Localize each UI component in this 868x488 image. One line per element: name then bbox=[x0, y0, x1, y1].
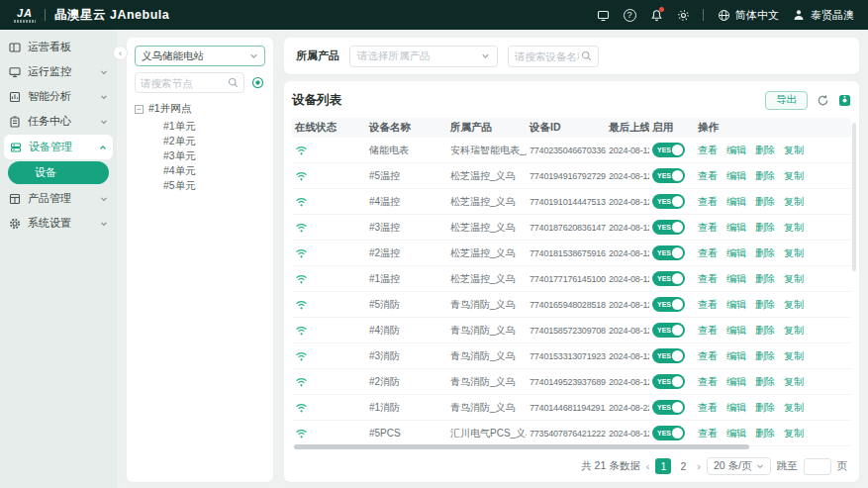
edit-link[interactable]: 编辑 bbox=[726, 221, 746, 235]
collapse-panel-button[interactable]: ‹ bbox=[113, 46, 128, 60]
delete-link[interactable]: 删除 bbox=[755, 324, 775, 338]
user-menu[interactable]: 泰贤晶澳 bbox=[792, 8, 854, 23]
view-link[interactable]: 查看 bbox=[698, 169, 718, 183]
delete-link[interactable]: 删除 bbox=[755, 349, 775, 363]
refresh-icon[interactable] bbox=[817, 94, 829, 107]
view-link[interactable]: 查看 bbox=[698, 246, 718, 260]
product-filter-select[interactable]: 请选择所属产品 bbox=[349, 46, 498, 67]
prev-page-icon[interactable]: ‹ bbox=[646, 460, 650, 472]
notification-bell-icon[interactable] bbox=[649, 8, 663, 22]
collapse-node-icon[interactable] bbox=[135, 105, 144, 114]
device-product: 松芝温控_义乌 bbox=[447, 169, 527, 183]
help-icon[interactable]: ? bbox=[623, 8, 636, 22]
station-select[interactable]: 义乌储能电站 bbox=[135, 46, 265, 66]
delete-link[interactable]: 删除 bbox=[755, 144, 775, 157]
view-link[interactable]: 查看 bbox=[698, 324, 718, 338]
enable-toggle[interactable]: YES bbox=[652, 220, 685, 235]
copy-link[interactable]: 复制 bbox=[784, 375, 804, 389]
enable-toggle[interactable]: YES bbox=[652, 271, 685, 286]
sidebar-item-system-settings[interactable]: 系统设置 bbox=[0, 211, 117, 236]
export-button[interactable]: 导出 bbox=[765, 91, 808, 110]
copy-link[interactable]: 复制 bbox=[784, 324, 804, 338]
device-search-input[interactable] bbox=[515, 50, 579, 62]
edit-link[interactable]: 编辑 bbox=[726, 272, 746, 286]
view-link[interactable]: 查看 bbox=[698, 298, 718, 312]
theme-sun-icon[interactable] bbox=[676, 8, 690, 22]
enable-toggle[interactable]: YES bbox=[652, 143, 685, 157]
sidebar-item-task-center[interactable]: 任务中心 bbox=[0, 109, 117, 134]
language-switcher[interactable]: 简体中文 bbox=[717, 8, 779, 23]
edit-link[interactable]: 编辑 bbox=[726, 375, 746, 389]
sidebar-item-operations-dashboard[interactable]: 运营看板 bbox=[0, 35, 117, 59]
delete-link[interactable]: 删除 bbox=[755, 375, 775, 389]
delete-link[interactable]: 删除 bbox=[755, 298, 775, 312]
view-link[interactable]: 查看 bbox=[698, 401, 718, 415]
table-settings-icon[interactable] bbox=[838, 94, 851, 107]
enable-toggle[interactable]: YES bbox=[652, 323, 685, 338]
delete-link[interactable]: 删除 bbox=[755, 272, 775, 286]
view-link[interactable]: 查看 bbox=[698, 144, 718, 157]
edit-link[interactable]: 编辑 bbox=[726, 246, 746, 260]
sidebar-item-running-monitor[interactable]: 运行监控 bbox=[0, 59, 117, 84]
jump-page-input[interactable] bbox=[804, 458, 831, 475]
view-link[interactable]: 查看 bbox=[698, 272, 718, 286]
edit-link[interactable]: 编辑 bbox=[726, 349, 746, 363]
tree-node-unit[interactable]: #4单元 bbox=[135, 163, 265, 178]
view-link[interactable]: 查看 bbox=[698, 221, 718, 235]
delete-link[interactable]: 删除 bbox=[755, 221, 775, 235]
tree-node-grid-point[interactable]: #1并网点 bbox=[135, 102, 265, 116]
horizontal-scrollbar[interactable] bbox=[294, 444, 749, 449]
edit-link[interactable]: 编辑 bbox=[726, 401, 746, 415]
edit-link[interactable]: 编辑 bbox=[726, 427, 746, 440]
delete-link[interactable]: 删除 bbox=[755, 246, 775, 260]
sidebar-item-device-management[interactable]: 设备管理 bbox=[4, 135, 113, 159]
locate-node-icon[interactable] bbox=[249, 75, 265, 91]
copy-link[interactable]: 复制 bbox=[784, 195, 804, 209]
copy-link[interactable]: 复制 bbox=[784, 221, 804, 235]
view-link[interactable]: 查看 bbox=[698, 427, 718, 440]
enable-toggle[interactable]: YES bbox=[652, 400, 685, 415]
copy-link[interactable]: 复制 bbox=[784, 401, 804, 415]
view-link[interactable]: 查看 bbox=[698, 375, 718, 389]
sidebar-item-product-management[interactable]: 产品管理 bbox=[0, 186, 117, 211]
copy-link[interactable]: 复制 bbox=[784, 169, 804, 183]
enable-toggle[interactable]: YES bbox=[652, 297, 685, 312]
edit-link[interactable]: 编辑 bbox=[726, 195, 746, 209]
enable-toggle[interactable]: YES bbox=[652, 194, 685, 209]
copy-link[interactable]: 复制 bbox=[784, 298, 804, 312]
copy-link[interactable]: 复制 bbox=[784, 144, 804, 157]
tree-node-unit[interactable]: #1单元 bbox=[135, 119, 265, 134]
delete-link[interactable]: 删除 bbox=[755, 195, 775, 209]
copy-link[interactable]: 复制 bbox=[784, 349, 804, 363]
page-1-button[interactable]: 1 bbox=[655, 458, 671, 474]
delete-link[interactable]: 删除 bbox=[755, 169, 775, 183]
tree-node-unit[interactable]: #3单元 bbox=[135, 148, 265, 163]
sidebar-item-smart-analysis[interactable]: 智能分析 bbox=[0, 84, 117, 109]
tree-node-unit[interactable]: #2单元 bbox=[135, 134, 265, 148]
enable-toggle[interactable]: YES bbox=[652, 374, 685, 389]
view-link[interactable]: 查看 bbox=[698, 195, 718, 209]
node-search-input[interactable] bbox=[141, 77, 225, 89]
copy-link[interactable]: 复制 bbox=[784, 427, 804, 440]
enable-toggle[interactable]: YES bbox=[652, 245, 685, 260]
edit-link[interactable]: 编辑 bbox=[726, 169, 746, 183]
device-id: 77401910144475136 bbox=[527, 197, 606, 207]
sidebar-subitem-device[interactable]: 设备 bbox=[8, 161, 109, 184]
tree-node-unit[interactable]: #5单元 bbox=[135, 178, 265, 193]
enable-toggle[interactable]: YES bbox=[652, 168, 685, 183]
edit-link[interactable]: 编辑 bbox=[726, 298, 746, 312]
page-size-select[interactable]: 20 条/页 bbox=[707, 457, 771, 475]
copy-link[interactable]: 复制 bbox=[784, 246, 804, 260]
vertical-scrollbar[interactable] bbox=[852, 123, 856, 271]
copy-link[interactable]: 复制 bbox=[784, 272, 804, 286]
page-2-button[interactable]: 2 bbox=[675, 458, 691, 474]
edit-link[interactable]: 编辑 bbox=[726, 324, 746, 338]
enable-toggle[interactable]: YES bbox=[652, 426, 685, 440]
edit-link[interactable]: 编辑 bbox=[726, 144, 746, 157]
enable-toggle[interactable]: YES bbox=[652, 348, 685, 363]
screen-icon[interactable] bbox=[596, 8, 610, 22]
next-page-icon[interactable]: › bbox=[697, 460, 701, 472]
view-link[interactable]: 查看 bbox=[698, 349, 718, 363]
delete-link[interactable]: 删除 bbox=[755, 427, 775, 440]
delete-link[interactable]: 删除 bbox=[755, 401, 775, 415]
